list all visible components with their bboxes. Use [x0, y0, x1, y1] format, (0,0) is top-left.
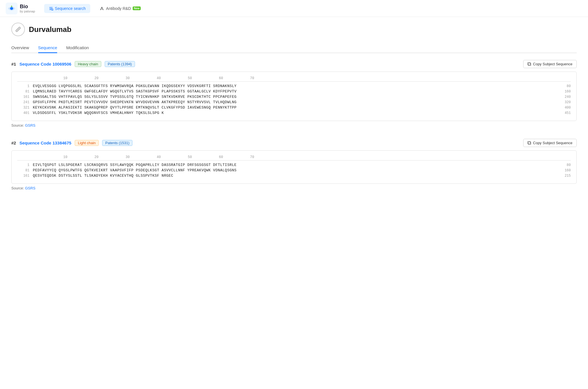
tabs-bar: Overview Sequence Modification — [11, 43, 577, 53]
svg-rect-11 — [528, 141, 530, 144]
svg-point-4 — [100, 9, 101, 10]
svg-point-5 — [102, 9, 103, 10]
seq-2-copy-button[interactable]: Copy Subject Sequence — [523, 139, 577, 147]
seq-1-code-link[interactable]: Sequence Code 10069506 — [20, 62, 71, 66]
seq-1-num: #1 — [11, 62, 16, 66]
tab-sequence[interactable]: Sequence — [38, 43, 57, 53]
svg-rect-9 — [528, 62, 530, 65]
drug-header: Durvalumab — [11, 23, 577, 36]
seq-2-source-link[interactable]: GSRS — [25, 186, 35, 190]
sequence-section-1: #1 Sequence Code 10069506 Heavy chain Pa… — [11, 60, 577, 127]
seq-1-row-5: 321 KEYKCKVSNK ALPASIEKTI SKAKGQPREP QVY… — [17, 105, 571, 110]
seq-1-row-3: 161 SWNSGALTSG VHTFPAVLQS SGLYSLSSVV TVP… — [17, 95, 571, 99]
page-content: Durvalumab Overview Sequence Modificatio… — [0, 17, 588, 207]
antibody-rd-button[interactable]: Antibody R&D New — [95, 4, 145, 13]
seq-2-row-1: 1 EIVLTQSPGT LSLSPGERAT LSCRASQRVS SSYLA… — [17, 163, 571, 167]
sequence-search-icon — [49, 6, 53, 11]
logo-text: Bio by patsnap — [20, 4, 35, 13]
svg-line-3 — [53, 10, 53, 10]
seq-2-chain-badge: Light chain — [75, 140, 99, 146]
seq-2-copy-label: Copy Subject Sequence — [533, 141, 572, 145]
logo-area: Bio by patsnap — [6, 3, 35, 14]
seq-1-patents-badge[interactable]: Patents (1394) — [105, 61, 135, 67]
drug-icon — [11, 23, 25, 36]
seq-2-header: #2 Sequence Code 13384675 Light chain Pa… — [11, 139, 577, 147]
seq-1-ruler: 10 20 30 40 50 60 70 — [17, 76, 571, 82]
seq-1-source-link[interactable]: GSRS — [25, 123, 35, 127]
svg-rect-8 — [528, 63, 531, 66]
sequence-section-2: #2 Sequence Code 13384675 Light chain Pa… — [11, 139, 577, 190]
seq-2-row-2: 81 PEDFAVYYCQ QYGSLPWTFG QGTKVEIKRT VAAP… — [17, 168, 571, 172]
svg-point-1 — [10, 7, 13, 10]
seq-2-code-link[interactable]: Sequence Code 13384675 — [20, 141, 71, 145]
seq-1-row-1: 1 EVQLVESGGG LVQPGGSLRL SCAASGFTFS RYWMS… — [17, 84, 571, 88]
seq-1-copy-button[interactable]: Copy Subject Sequence — [523, 60, 577, 68]
top-navigation: Bio by patsnap Sequence search Antibody … — [0, 0, 588, 17]
copy-icon-2 — [527, 141, 531, 145]
seq-2-box: 10 20 30 40 50 60 70 1 EIVLTQSPGT LSLSPG… — [11, 150, 577, 184]
seq-2-num: #2 — [11, 141, 16, 145]
seq-1-row-6: 401 VLDSDGSFFL YSKLTVDKSR WQQGNVFSCS VMH… — [17, 111, 571, 115]
patsnap-logo-icon — [6, 3, 18, 14]
seq-2-patents-badge[interactable]: Patents (1531) — [102, 140, 132, 146]
seq-1-header: #1 Sequence Code 10069506 Heavy chain Pa… — [11, 60, 577, 68]
seq-1-row-4: 241 GPSVFLFPPK PKDTLMISRT PEVTCVVVDV SHE… — [17, 100, 571, 104]
svg-rect-10 — [528, 142, 531, 144]
logo-bio-label: Bio — [20, 4, 35, 10]
sequence-search-button[interactable]: Sequence search — [44, 4, 90, 13]
tab-overview[interactable]: Overview — [11, 43, 29, 53]
antibody-rd-label: Antibody R&D — [106, 6, 131, 11]
seq-2-source: Source: GSRS — [11, 186, 577, 190]
seq-1-row-2: 81 LQMNSLRAED TAVYYCAREG GWFGELAFDY WGQG… — [17, 89, 571, 94]
seq-2-row-3: 161 QESVTEQDSK DSTYSLSSTL TLSKADYEKH KVY… — [17, 174, 571, 178]
seq-1-chain-badge: Heavy chain — [75, 61, 101, 67]
seq-1-copy-label: Copy Subject Sequence — [533, 62, 572, 66]
antibody-icon — [99, 6, 104, 11]
seq-1-box: 10 20 30 40 50 60 70 1 EVQLVESGGG LVQPGG… — [11, 72, 577, 121]
sequence-search-label: Sequence search — [55, 6, 86, 11]
seq-1-source: Source: GSRS — [11, 123, 577, 127]
tab-modification[interactable]: Modification — [66, 43, 89, 53]
pill-icon — [14, 25, 22, 33]
logo-sub-label: by patsnap — [20, 10, 35, 13]
drug-name: Durvalumab — [29, 25, 71, 34]
seq-2-ruler: 10 20 30 40 50 60 70 — [17, 155, 571, 161]
copy-icon — [527, 62, 531, 66]
new-badge: New — [133, 7, 141, 10]
